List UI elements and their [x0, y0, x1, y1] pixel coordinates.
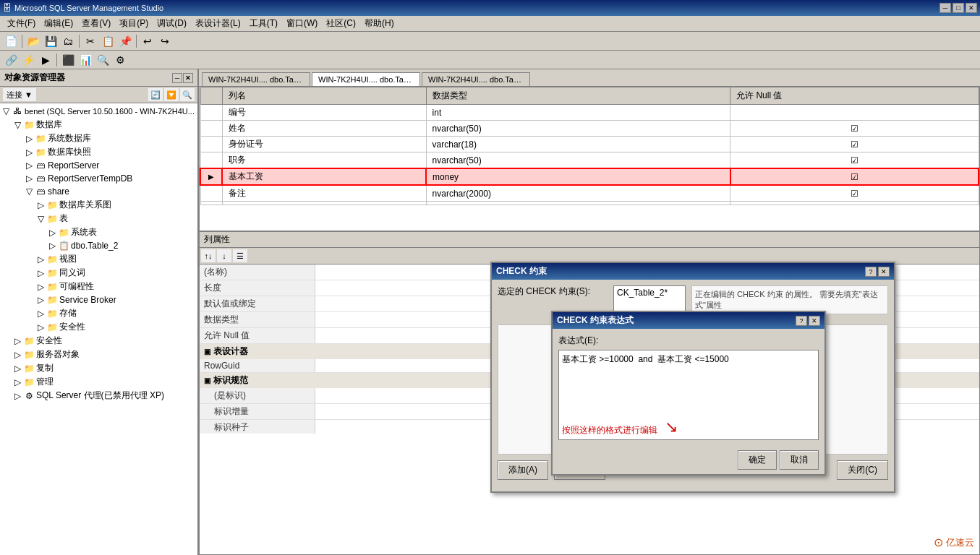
minimize-button[interactable]: ─: [939, 3, 951, 13]
tb2-btn2[interactable]: ⚡: [20, 52, 36, 68]
panel-minimize-btn[interactable]: ─: [172, 73, 182, 83]
check-constraint-close-btn[interactable]: ✕: [878, 267, 890, 277]
menu-community[interactable]: 社区(C): [322, 16, 360, 31]
menu-tools[interactable]: 工具(T): [245, 16, 282, 31]
tab-3[interactable]: WIN-7K2H4UI.... dbo.Table_1 ✕: [422, 72, 530, 86]
col-nullable-1[interactable]: [730, 105, 979, 121]
tree-item-synonyms[interactable]: ▷ 📁 同义词: [0, 266, 197, 280]
menu-project[interactable]: 项目(P): [115, 16, 153, 31]
tree-item-storage[interactable]: ▷ 📁 存储: [0, 306, 197, 320]
tree-item-db-diagrams[interactable]: ▷ 📁 数据库关系图: [0, 198, 197, 212]
expander-replication[interactable]: ▷: [12, 363, 23, 374]
tab-1[interactable]: WIN-7K2H4UI.... dbo.Table_2 ✕: [202, 72, 310, 86]
menu-view[interactable]: 查看(V): [77, 16, 115, 31]
tree-item-report-server[interactable]: ▷ 🗃 ReportServer: [0, 159, 197, 172]
redo-button[interactable]: ↪: [157, 33, 173, 49]
col-nullable-7[interactable]: [730, 202, 979, 205]
menu-debug[interactable]: 调试(D): [153, 16, 191, 31]
oe-filter-btn[interactable]: 🔽: [164, 88, 179, 101]
expander-management[interactable]: ▷: [12, 377, 23, 388]
maximize-button[interactable]: □: [953, 3, 964, 13]
table-row[interactable]: 编号 int: [200, 105, 979, 121]
expander-db-snapshots[interactable]: ▷: [23, 147, 35, 158]
tb2-btn6[interactable]: 🔍: [95, 52, 111, 68]
expander-security-share[interactable]: ▷: [35, 322, 46, 333]
expander-programmability[interactable]: ▷: [35, 281, 46, 293]
close-button[interactable]: ✕: [966, 3, 977, 13]
table-row[interactable]: 姓名 nvarchar(50) ☑: [200, 121, 979, 137]
connect-button[interactable]: 连接 ▼: [3, 88, 36, 101]
tb2-btn5[interactable]: 📊: [77, 52, 93, 68]
check-constraint-dialog[interactable]: CHECK 约束 ? ✕ 选定的 CHECK 约束(S): CK_Table_2…: [490, 262, 895, 493]
tree-item-benet[interactable]: ▽ 🖧 benet (SQL Server 10.50.1600 - WIN-7…: [0, 105, 197, 118]
panel-close-btn[interactable]: ✕: [183, 73, 193, 83]
new-query-button[interactable]: 📄: [3, 33, 19, 49]
col-nullable-5[interactable]: ☑: [730, 168, 979, 185]
col-type-2[interactable]: nvarchar(50): [426, 121, 730, 137]
menu-edit[interactable]: 编辑(E): [40, 16, 77, 31]
delete-constraint-button[interactable]: 删除(D): [554, 460, 605, 480]
props-grid-btn[interactable]: ☰: [233, 249, 247, 262]
expander-report-server-temp[interactable]: ▷: [23, 173, 35, 184]
col-nullable-2[interactable]: ☑: [730, 121, 979, 137]
menu-table-designer[interactable]: 表设计器(L): [191, 16, 245, 31]
tb2-btn4[interactable]: ⬛: [60, 52, 76, 68]
col-nullable-3[interactable]: ☑: [730, 137, 979, 152]
table-row-selected[interactable]: ▶ 基本工资 money ☑: [200, 168, 979, 185]
tree-item-programmability[interactable]: ▷ 📁 可编程性: [0, 280, 197, 293]
table-row[interactable]: 备注 nvarchar(2000) ☑: [200, 185, 979, 202]
col-nullable-6[interactable]: ☑: [730, 185, 979, 202]
tree-item-databases[interactable]: ▽ 📁 数据库: [0, 118, 197, 132]
save-all-button[interactable]: 🗂: [60, 33, 76, 49]
col-type-6[interactable]: nvarchar(2000): [426, 185, 730, 202]
check-constraint-help-btn[interactable]: ?: [865, 267, 877, 277]
paste-button[interactable]: 📌: [117, 33, 133, 49]
menu-help[interactable]: 帮助(H): [360, 16, 399, 31]
open-button[interactable]: 📂: [25, 33, 41, 49]
close-constraint-button[interactable]: 关闭(C): [837, 460, 888, 480]
expander-system-dbs[interactable]: ▷: [23, 133, 35, 145]
props-sort-az-btn[interactable]: ↑↓: [201, 249, 216, 262]
col-name-4[interactable]: 职务: [222, 152, 426, 169]
col-name-3[interactable]: 身份证号: [222, 137, 426, 152]
col-type-1[interactable]: int: [426, 105, 730, 121]
tree-item-server-objects[interactable]: ▷ 📁 服务器对象: [0, 348, 197, 361]
tree-item-share[interactable]: ▽ 🗃 share: [0, 185, 197, 198]
tree-item-replication[interactable]: ▷ 📁 复制: [0, 361, 197, 375]
expander-databases[interactable]: ▽: [12, 119, 23, 131]
tree-item-system-dbs[interactable]: ▷ 📁 系统数据库: [0, 132, 197, 145]
expander-tables[interactable]: ▽: [35, 213, 46, 225]
selected-value[interactable]: CK_Table_2*: [613, 285, 686, 314]
tb2-btn1[interactable]: 🔗: [3, 52, 19, 68]
tree-item-report-server-temp[interactable]: ▷ 🗃 ReportServerTempDB: [0, 172, 197, 185]
menu-window[interactable]: 窗口(W): [282, 16, 322, 31]
tree-item-sql-agent[interactable]: ▷ ⚙ SQL Server 代理(已禁用代理 XP): [0, 389, 197, 403]
col-type-3[interactable]: varchar(18): [426, 137, 730, 152]
col-name-5[interactable]: 基本工资: [222, 168, 426, 185]
tree-item-views[interactable]: ▷ 📁 视图: [0, 252, 197, 266]
table-row[interactable]: 职务 nvarchar(50) ☑: [200, 152, 979, 169]
menu-file[interactable]: 文件(F): [3, 16, 40, 31]
tree-item-dbo-table2[interactable]: ▷ 📋 dbo.Table_2: [0, 239, 197, 252]
expander-benet[interactable]: ▽: [0, 106, 12, 117]
tab-2[interactable]: WIN-7K2H4UI.... dbo.Table_2 ✕: [312, 72, 420, 86]
props-sort-za-btn[interactable]: ↓: [217, 249, 231, 262]
tree-item-management[interactable]: ▷ 📁 管理: [0, 375, 197, 389]
oe-refresh-btn[interactable]: 🔄: [148, 88, 163, 101]
col-name-2[interactable]: 姓名: [222, 121, 426, 137]
expander-system-tables[interactable]: ▷: [46, 227, 58, 238]
tree-item-system-tables[interactable]: ▷ 📁 系统表: [0, 225, 197, 239]
col-name-7[interactable]: [222, 202, 426, 205]
col-name-1[interactable]: 编号: [222, 105, 426, 121]
copy-button[interactable]: 📋: [100, 33, 116, 49]
table-row-empty[interactable]: [200, 202, 979, 205]
expander-sql-agent[interactable]: ▷: [12, 390, 23, 402]
tb2-btn7[interactable]: ⚙: [112, 52, 128, 68]
oe-search-btn[interactable]: 🔍: [180, 88, 195, 101]
expander-security-server[interactable]: ▷: [12, 335, 23, 347]
col-nullable-4[interactable]: ☑: [730, 152, 979, 169]
expander-share[interactable]: ▽: [23, 186, 35, 197]
col-name-6[interactable]: 备注: [222, 185, 426, 202]
expander-service-broker[interactable]: ▷: [35, 294, 46, 306]
expander-report-server[interactable]: ▷: [23, 160, 35, 171]
